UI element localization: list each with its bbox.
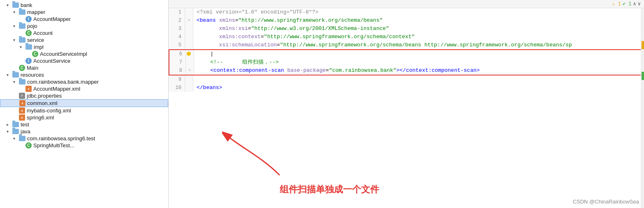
annotation-text: 组件扫描单独成一个文件 — [280, 183, 379, 196]
tree-item-accountserviceimpl[interactable]: C AccountServiceImpl — [0, 50, 168, 57]
label-pojo: pojo — [27, 23, 37, 29]
tree-item-java[interactable]: java — [0, 128, 168, 135]
line-content-9 — [193, 75, 197, 84]
folder-icon-resources — [12, 72, 19, 78]
tree-item-pojo[interactable]: pojo — [0, 23, 168, 30]
label-mapper-folder: com.rainbowsea.bank.mapper — [27, 79, 99, 85]
code-line-8: 8 ✎ <context:component-scan base-package… — [169, 66, 642, 75]
xml-icon-common: x — [19, 100, 25, 106]
line-num-8: 8 — [169, 66, 186, 75]
annotation-arrow — [222, 126, 313, 179]
arrow-mapper-folder — [13, 80, 19, 84]
tree-item-accountmapper-xml[interactable]: x AccountMapper.xml — [0, 85, 168, 92]
tree-item-resources[interactable]: resources — [0, 71, 168, 78]
label-mapper: mapper — [27, 9, 45, 15]
arrow-java — [7, 129, 12, 134]
tree-item-impl[interactable]: impl — [0, 43, 168, 50]
badge-accountserviceimpl: C — [32, 51, 38, 57]
xml-icon-mybatis: x — [19, 107, 25, 114]
tree-item-spring6-xml[interactable]: x spring6.xml — [0, 114, 168, 121]
label-resources: resources — [21, 72, 44, 78]
line-gutter-9 — [185, 75, 193, 84]
right-gutter — [641, 8, 644, 208]
tree-item-accountmapper[interactable]: I AccountMapper — [0, 16, 168, 23]
tree-item-common-xml[interactable]: x common.xml — [0, 99, 168, 107]
line-content-1: <?xml version="1.0" encoding="UTF-8"?> — [193, 8, 318, 16]
lightbulb-icon — [187, 52, 191, 56]
label-java: java — [21, 128, 30, 135]
nav-up[interactable]: ∧ — [633, 1, 636, 7]
badge-springmultitest: C — [25, 142, 32, 149]
folder-icon-pojo — [19, 23, 25, 29]
warning-badge: ⚠ 1 — [612, 1, 621, 7]
folder-icon-service — [19, 37, 25, 43]
line-gutter-5 — [185, 41, 193, 49]
arrow-impl — [20, 45, 25, 49]
badge-accountservice: I — [25, 58, 32, 64]
label-mybatis-xml: mybatis-config.xml — [27, 107, 71, 114]
line-num-2: 2 — [169, 16, 185, 25]
code-line-9: 9 — [169, 75, 644, 84]
arrow-test — [7, 122, 12, 127]
line-num-9: 9 — [169, 75, 185, 84]
line-num-7: 7 — [169, 58, 186, 66]
line-num-5: 5 — [169, 41, 185, 49]
tree-item-test[interactable]: test — [0, 121, 168, 128]
label-accountmapper-xml: AccountMapper.xml — [33, 86, 80, 92]
label-spring6-xml: spring6.xml — [27, 114, 54, 121]
tree-item-mapper-folder[interactable]: com.rainbowsea.bank.mapper — [0, 78, 168, 85]
nav-down[interactable]: ∨ — [638, 1, 641, 7]
code-line-6: 6 | — [169, 50, 642, 58]
line-gutter-7 — [186, 58, 194, 66]
line-gutter-6 — [186, 50, 194, 58]
line-num-1: 1 — [169, 8, 185, 16]
badge-main: C — [19, 65, 25, 71]
folder-icon-java — [12, 129, 19, 134]
code-line-3: 3 xmlns:xsi="http://www.w3.org/2001/XMLS… — [169, 25, 644, 33]
line-content-5: xsi:schemaLocation="http://www.springfra… — [193, 41, 572, 49]
ok-badge: ✔ 1 — [623, 1, 632, 7]
red-highlight-box: 6 | 7 <!-- 组件扫描，--> 8 ✎ <context:compone… — [169, 49, 643, 75]
badge-accountmapper: I — [25, 16, 32, 22]
tree-item-mybatis-xml[interactable]: x mybatis-config.xml — [0, 107, 168, 114]
code-line-10: 10 </beans> — [169, 84, 644, 92]
folder-icon-mapper-folder — [19, 79, 25, 85]
label-springmultitest: SpringMultiTest... — [33, 142, 74, 149]
line-content-7: <!-- 组件扫描，--> — [194, 58, 279, 66]
code-line-7: 7 <!-- 组件扫描，--> — [169, 58, 642, 66]
tree-item-account[interactable]: C Account — [0, 30, 168, 37]
tree-item-bank[interactable]: bank — [0, 2, 168, 9]
tree-item-main[interactable]: C Main — [0, 64, 168, 71]
line-num-6: 6 — [169, 50, 186, 58]
file-tree: bank mapper I AccountMapper pojo C Accou… — [0, 0, 169, 208]
tree-item-jdbc-properties[interactable]: P jdbc.properties — [0, 92, 168, 99]
code-line-2: 2 ✎ <beans xmlns="http://www.springframe… — [169, 16, 644, 25]
tree-item-mapper[interactable]: mapper — [0, 9, 168, 16]
label-main: Main — [27, 65, 38, 71]
folder-icon-mapper — [19, 9, 25, 15]
line-num-10: 10 — [169, 84, 185, 92]
tree-item-springmultitest[interactable]: C SpringMultiTest... — [0, 142, 168, 149]
label-accountserviceimpl: AccountServiceImpl — [40, 51, 87, 57]
label-account: Account — [33, 30, 53, 36]
code-line-4: 4 xmlns:context="http://www.springframew… — [169, 33, 644, 41]
tree-item-accountservice[interactable]: I AccountService — [0, 57, 168, 64]
code-area[interactable]: 1 <?xml version="1.0" encoding="UTF-8"?>… — [169, 8, 644, 208]
folder-icon-test — [12, 122, 19, 127]
tree-item-service[interactable]: service — [0, 37, 168, 43]
line-num-4: 4 — [169, 33, 185, 41]
line-gutter-2: ✎ — [185, 16, 193, 25]
line-gutter-8: ✎ — [186, 66, 194, 75]
label-spring6-test: com.rainbowsea.spring6.test — [27, 135, 95, 142]
arrow-mapper — [13, 10, 19, 14]
tree-item-spring6-test[interactable]: com.rainbowsea.spring6.test — [0, 135, 168, 142]
arrow-service — [13, 38, 19, 42]
line-content-10: </beans> — [193, 84, 222, 92]
line-gutter-3 — [185, 25, 193, 33]
folder-icon-impl — [25, 44, 32, 50]
prop-icon-jdbc: P — [19, 93, 25, 99]
editor-panel: ⚠ 1 ✔ 1 ∧ ∨ 1 <?xml version="1.0" encodi… — [169, 0, 644, 208]
arrow-pojo — [13, 24, 19, 28]
line-num-3: 3 — [169, 25, 185, 33]
line-content-6: | — [194, 50, 213, 58]
